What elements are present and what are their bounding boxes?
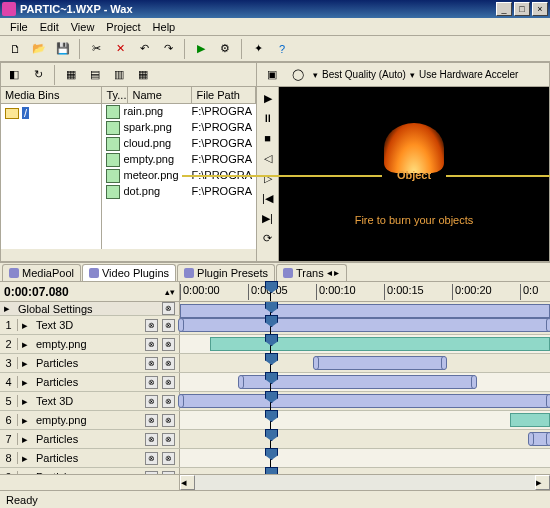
hardware-label[interactable]: Use Hardware Acceler [419, 69, 518, 80]
clip[interactable] [210, 337, 550, 351]
bin-view1-button[interactable]: ▦ [60, 64, 82, 86]
track-name[interactable]: Particles [36, 452, 141, 464]
file-row[interactable]: empty.pngF:\PROGRA [102, 152, 256, 168]
play-button[interactable]: ▶ [260, 91, 276, 105]
track-mute-button[interactable]: ⊗ [145, 357, 158, 370]
track-mute-button[interactable]: ⊗ [145, 433, 158, 446]
cut-button[interactable]: ✂ [85, 38, 107, 60]
col-type[interactable]: Ty... [102, 87, 128, 103]
track-mute-button[interactable]: ⊗ [145, 414, 158, 427]
expand-icon[interactable]: ▸ [22, 357, 32, 370]
track-name[interactable]: Text 3D [36, 395, 141, 407]
clip[interactable] [510, 413, 550, 427]
bin-view3-button[interactable]: ▥ [108, 64, 130, 86]
expand-icon[interactable]: ▸ [22, 471, 32, 475]
track-mute-button[interactable]: ⊗ [145, 338, 158, 351]
track-mute-button[interactable]: ⊗ [145, 319, 158, 332]
preview-tool1[interactable]: ▣ [261, 64, 283, 86]
clip[interactable] [180, 318, 550, 332]
goto-start-button[interactable]: |◀ [260, 191, 276, 205]
bin-view4-button[interactable]: ▦ [132, 64, 154, 86]
playhead[interactable] [270, 282, 271, 301]
menu-help[interactable]: Help [147, 19, 182, 35]
delete-button[interactable]: ✕ [109, 38, 131, 60]
redo-button[interactable]: ↷ [157, 38, 179, 60]
track-mute-button[interactable]: ⊗ [145, 452, 158, 465]
file-row[interactable]: cloud.pngF:\PROGRA [102, 136, 256, 152]
bin-add-button[interactable]: ◧ [3, 64, 25, 86]
menu-project[interactable]: Project [100, 19, 146, 35]
track-delete-button[interactable]: ⊗ [162, 357, 175, 370]
track-name[interactable]: Particles [36, 433, 141, 445]
close-button[interactable]: × [532, 2, 548, 16]
track-name[interactable]: empty.png [36, 338, 141, 350]
timecode-spinner[interactable]: ▴▾ [165, 287, 175, 297]
timecode-display[interactable]: 0:00:07.080 [4, 285, 69, 299]
timeline-ruler[interactable]: 0:00:000:00:050:00:100:00:150:00:200:0 [180, 282, 550, 301]
clip[interactable] [180, 394, 550, 408]
track-name[interactable]: Particles [36, 471, 141, 474]
col-path[interactable]: File Path [192, 87, 256, 103]
expand-icon[interactable]: ▸ [22, 433, 32, 446]
menu-file[interactable]: File [4, 19, 34, 35]
new-button[interactable]: 🗋 [4, 38, 26, 60]
help-button[interactable]: ? [271, 38, 293, 60]
minimize-button[interactable]: _ [496, 2, 512, 16]
undo-button[interactable]: ↶ [133, 38, 155, 60]
render-button[interactable]: ▶ [190, 38, 212, 60]
track-delete-button[interactable]: ⊗ [162, 414, 175, 427]
goto-end-button[interactable]: ▶| [260, 211, 276, 225]
expand-icon[interactable]: ▸ [22, 452, 32, 465]
track-name[interactable]: Text 3D [36, 319, 141, 331]
bin-root-item[interactable]: / [5, 107, 97, 119]
expand-icon[interactable]: ▸ [22, 338, 32, 351]
stop-button[interactable]: ■ [260, 131, 276, 145]
menu-view[interactable]: View [65, 19, 101, 35]
track-name[interactable]: empty.png [36, 414, 141, 426]
tab-transitions[interactable]: Trans◂ ▸ [276, 264, 347, 281]
track-delete-button[interactable]: ⊗ [162, 433, 175, 446]
track-delete-button[interactable]: ⊗ [162, 395, 175, 408]
scroll-right-button[interactable]: ▸ [535, 475, 550, 490]
track-mute-button[interactable]: ⊗ [145, 376, 158, 389]
file-row[interactable]: spark.pngF:\PROGRA [102, 120, 256, 136]
next-frame-button[interactable]: ▷ [260, 171, 276, 185]
track-name[interactable]: Particles [36, 357, 141, 369]
expand-icon[interactable]: ▸ [4, 302, 14, 315]
file-row[interactable]: dot.pngF:\PROGRA [102, 184, 256, 200]
quality-label[interactable]: Best Quality (Auto) [322, 69, 406, 80]
save-button[interactable]: 💾 [52, 38, 74, 60]
bin-refresh-button[interactable]: ↻ [27, 64, 49, 86]
tab-mediapool[interactable]: MediaPool [2, 264, 81, 281]
loop-button[interactable]: ⟳ [260, 231, 276, 245]
menu-edit[interactable]: Edit [34, 19, 65, 35]
expand-icon[interactable]: ▸ [22, 319, 32, 332]
settings-button[interactable]: ⚙ [214, 38, 236, 60]
pause-button[interactable]: ⏸ [260, 111, 276, 125]
track-mute-button[interactable]: ⊗ [145, 395, 158, 408]
clip[interactable] [530, 432, 550, 446]
tab-plugin-presets[interactable]: Plugin Presets [177, 264, 275, 281]
col-name[interactable]: Name [128, 87, 192, 103]
prev-frame-button[interactable]: ◁ [260, 151, 276, 165]
expand-icon[interactable]: ▸ [22, 376, 32, 389]
preview-tool2[interactable]: ◯ [287, 64, 309, 86]
file-row[interactable]: rain.pngF:\PROGRA [102, 104, 256, 120]
track-delete-button[interactable]: ⊗ [162, 338, 175, 351]
clip[interactable] [315, 356, 445, 370]
maximize-button[interactable]: □ [514, 2, 530, 16]
track-delete-button[interactable]: ⊗ [162, 471, 175, 475]
track-delete-button[interactable]: ⊗ [162, 376, 175, 389]
track-delete-button[interactable]: ⊗ [162, 319, 175, 332]
global-settings-label[interactable]: Global Settings [18, 303, 158, 315]
expand-icon[interactable]: ▸ [22, 414, 32, 427]
track-delete-button[interactable]: ⊗ [162, 452, 175, 465]
bin-view2-button[interactable]: ▤ [84, 64, 106, 86]
track-name[interactable]: Particles [36, 376, 141, 388]
expand-icon[interactable]: ▸ [22, 395, 32, 408]
tab-video-plugins[interactable]: Video Plugins [82, 264, 176, 281]
horizontal-scrollbar[interactable]: ◂ ▸ [180, 475, 550, 490]
track-mute-button[interactable]: ⊗ [145, 471, 158, 475]
track-delete-button[interactable]: ⊗ [162, 302, 175, 315]
scroll-left-button[interactable]: ◂ [180, 475, 195, 490]
